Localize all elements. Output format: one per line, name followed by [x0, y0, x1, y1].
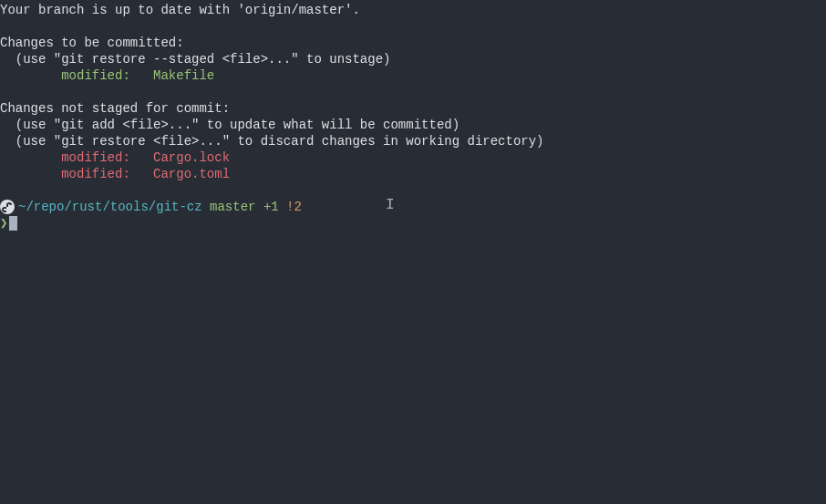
changes-committed-hint: (use "git restore --staged <file>..." to…	[0, 51, 826, 67]
prompt-arrow: ❯	[0, 216, 7, 231]
prompt-unstaged-count: !2	[286, 200, 302, 214]
unstaged-file-line-2: modified: Cargo.toml	[0, 166, 826, 182]
prompt-line: ~/repo/rust/tools/git-cz master +1 !2	[0, 199, 826, 215]
unstaged-file-line-1: modified: Cargo.lock	[0, 149, 826, 166]
prompt-branch: master	[210, 200, 255, 214]
terminal-output[interactable]: Your branch is up to date with 'origin/m…	[0, 0, 826, 231]
prompt-staged-count: +1	[263, 200, 279, 214]
modified-label: modified:	[0, 167, 153, 181]
changes-unstaged-header: Changes not staged for commit:	[0, 100, 826, 117]
modified-label: modified:	[0, 68, 153, 83]
staged-file-line: modified: Makefile	[0, 67, 826, 84]
unstaged-filename: Cargo.toml	[153, 167, 230, 181]
prompt-input-line[interactable]: ❯	[0, 215, 826, 231]
prompt-path: ~/repo/rust/tools/git-cz	[18, 200, 202, 214]
changes-committed-header: Changes to be committed:	[0, 35, 826, 51]
unstaged-filename: Cargo.lock	[153, 150, 230, 165]
staged-filename: Makefile	[153, 68, 214, 83]
status-uptodate: Your branch is up to date with 'origin/m…	[0, 2, 826, 18]
modified-label: modified:	[0, 150, 153, 165]
changes-unstaged-hint2: (use "git restore <file>..." to discard …	[0, 133, 826, 149]
terminal-cursor	[9, 216, 17, 231]
fedora-icon	[0, 200, 15, 214]
changes-unstaged-hint1: (use "git add <file>..." to update what …	[0, 117, 826, 133]
